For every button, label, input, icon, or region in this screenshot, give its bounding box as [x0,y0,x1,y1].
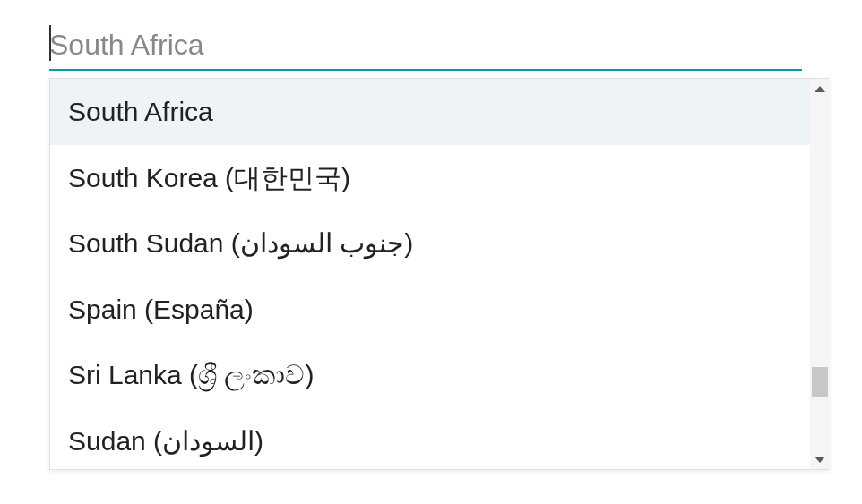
dropdown-option-sri-lanka[interactable]: Sri Lanka (ශ්‍රී ලංකාව) [50,342,830,408]
scroll-down-button[interactable] [810,449,830,469]
scrollbar-track[interactable] [810,79,830,469]
scroll-up-button[interactable] [810,79,830,98]
autocomplete-container: South Africa South Korea (대한민국) South Su… [0,0,862,470]
dropdown-option-south-africa[interactable]: South Africa [50,79,830,145]
dropdown-list: South Africa South Korea (대한민국) South Su… [50,79,830,469]
dropdown-panel: South Africa South Korea (대한민국) South Su… [49,78,829,470]
dropdown-option-spain[interactable]: Spain (España) [50,277,830,343]
dropdown-option-sudan[interactable]: Sudan (السودان) [50,408,830,470]
scrollbar-thumb[interactable] [812,367,828,397]
dropdown-option-south-korea[interactable]: South Korea (대한민국) [50,145,830,211]
text-cursor [49,25,51,61]
country-search-input[interactable] [49,27,802,71]
chevron-up-icon [815,86,825,92]
chevron-down-icon [815,457,825,463]
dropdown-option-south-sudan[interactable]: South Sudan (جنوب السودان) [50,210,830,277]
